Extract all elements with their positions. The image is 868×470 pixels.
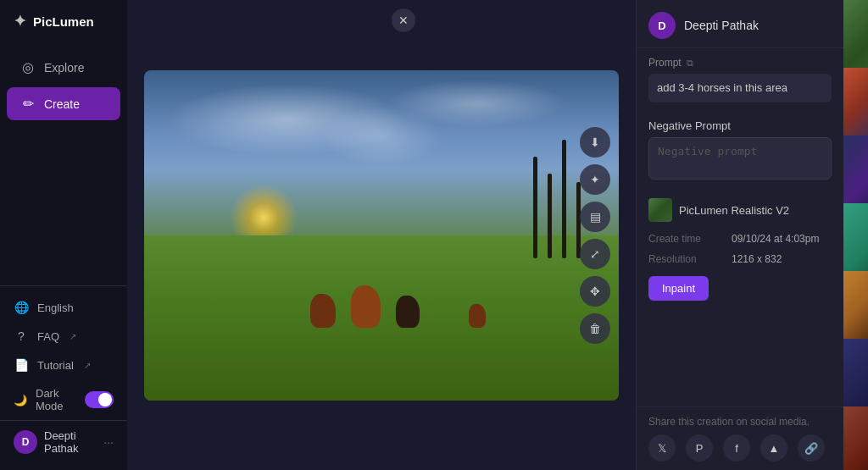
gallery-strip bbox=[843, 0, 868, 470]
gallery-thumb-7[interactable] bbox=[843, 406, 868, 470]
faq-icon: ? bbox=[14, 329, 29, 343]
model-thumbnail bbox=[648, 198, 672, 222]
sidebar-item-faq[interactable]: ? FAQ ↗ bbox=[0, 322, 127, 351]
image-actions: ⬇ ✦ ▤ ⤢ ✥ 🗑 bbox=[580, 127, 610, 344]
create-time-row: Create time 09/10/24 at 4:03pm bbox=[637, 229, 843, 249]
prompt-label: Prompt ⧉ bbox=[648, 57, 832, 69]
enhance-button[interactable]: ✦ bbox=[580, 164, 610, 195]
user-avatar-small: D bbox=[14, 430, 37, 454]
resolution-row: Resolution 1216 x 832 bbox=[637, 249, 843, 269]
prompt-text: add 3-4 horses in this area bbox=[648, 74, 832, 102]
negative-prompt-section: Negative Prompt bbox=[637, 111, 843, 191]
dark-mode-toggle[interactable] bbox=[85, 391, 114, 408]
close-button[interactable]: ✕ bbox=[392, 8, 415, 32]
resolution-value: 1216 x 832 bbox=[732, 253, 782, 265]
logo-icon: ✦ bbox=[14, 12, 26, 30]
resize-button[interactable]: ⤢ bbox=[580, 239, 610, 269]
resolution-label: Resolution bbox=[648, 253, 725, 265]
panel-user-avatar: D bbox=[648, 12, 676, 39]
gallery-thumb-5[interactable] bbox=[843, 271, 868, 339]
horse-2 bbox=[351, 285, 381, 328]
thumb-img-5 bbox=[843, 271, 868, 339]
negative-prompt-label: Negative Prompt bbox=[648, 119, 832, 132]
model-name: PicLumen Realistic V2 bbox=[679, 204, 789, 217]
thumb-img-2 bbox=[843, 68, 868, 135]
sidebar-item-create-label: Create bbox=[44, 97, 80, 111]
delete-button[interactable]: 🗑 bbox=[580, 313, 610, 344]
dark-mode-label: Dark Mode bbox=[36, 387, 85, 412]
copy-icon[interactable]: ⧉ bbox=[687, 58, 693, 69]
social-section: Share this creation on social media. 𝕏 P… bbox=[637, 406, 843, 470]
thumb-img-6 bbox=[843, 339, 868, 406]
horse-4 bbox=[469, 304, 486, 328]
sidebar-item-explore[interactable]: ◎ Explore bbox=[7, 51, 120, 84]
thumb-img-4 bbox=[843, 203, 868, 271]
horse-3 bbox=[396, 296, 420, 328]
sidebar-bottom: 🌐 English ? FAQ ↗ 📄 Tutorial ↗ 🌙 Dark Mo… bbox=[0, 285, 127, 470]
thumb-img-1 bbox=[843, 0, 868, 68]
tree-3 bbox=[562, 140, 566, 258]
gallery-thumb-1[interactable] bbox=[843, 0, 868, 68]
model-row: PicLumen Realistic V2 bbox=[637, 191, 843, 229]
sidebar-nav: ◎ Explore ✏ Create bbox=[0, 42, 127, 285]
sidebar-item-explore-label: Explore bbox=[44, 61, 84, 75]
download-button[interactable]: ⬇ bbox=[580, 127, 610, 158]
main-content: ✕ bbox=[127, 0, 868, 470]
twitter-icon[interactable]: 𝕏 bbox=[648, 434, 676, 462]
link-icon[interactable]: 🔗 bbox=[798, 434, 825, 462]
trees-group bbox=[533, 140, 581, 258]
facebook-icon[interactable]: f bbox=[723, 434, 750, 462]
main-image bbox=[144, 70, 619, 401]
gallery-thumb-3[interactable] bbox=[843, 135, 868, 203]
moon-icon: 🌙 bbox=[14, 394, 27, 406]
toggle-knob bbox=[98, 393, 112, 406]
faq-label: FAQ bbox=[37, 330, 59, 343]
sidebar-item-tutorial[interactable]: 📄 Tutorial ↗ bbox=[0, 351, 127, 379]
share-icon[interactable]: ▲ bbox=[760, 434, 787, 462]
move-button[interactable]: ✥ bbox=[580, 276, 610, 307]
gallery-thumb-2[interactable] bbox=[843, 68, 868, 135]
tutorial-icon: 📄 bbox=[14, 358, 29, 372]
app-logo: ✦ PicLumen bbox=[0, 0, 127, 42]
dark-mode-row: 🌙 Dark Mode bbox=[0, 379, 127, 420]
inpaint-button[interactable]: Inpaint bbox=[648, 276, 709, 301]
dark-mode-left: 🌙 Dark Mode bbox=[14, 387, 85, 412]
image-area: ✕ bbox=[127, 0, 636, 470]
panel-user-name: Deepti Pathak bbox=[684, 19, 759, 32]
tree-1 bbox=[533, 157, 537, 258]
gallery-thumb-6[interactable] bbox=[843, 339, 868, 406]
sidebar-item-create[interactable]: ✏ Create bbox=[7, 87, 120, 120]
thumb-img-3 bbox=[843, 135, 868, 203]
tutorial-label: Tutorial bbox=[37, 359, 74, 372]
right-panel: D Deepti Pathak Prompt ⧉ add 3-4 horses … bbox=[636, 0, 843, 470]
view-button[interactable]: ▤ bbox=[580, 202, 610, 232]
panel-header: D Deepti Pathak bbox=[637, 0, 843, 48]
user-profile-row[interactable]: D Deepti Pathak ··· bbox=[0, 420, 127, 463]
horse-1 bbox=[310, 294, 336, 328]
sidebar-item-english[interactable]: 🌐 English bbox=[0, 293, 127, 322]
negative-prompt-input[interactable] bbox=[648, 137, 832, 180]
gallery-thumb-4[interactable] bbox=[843, 203, 868, 271]
user-menu-dots[interactable]: ··· bbox=[103, 435, 114, 449]
main-image-container bbox=[144, 70, 619, 401]
create-icon: ✏ bbox=[20, 96, 36, 112]
app-name: PicLumen bbox=[33, 14, 94, 29]
prompt-section: Prompt ⧉ add 3-4 horses in this area bbox=[637, 48, 843, 111]
pinterest-icon[interactable]: P bbox=[686, 434, 713, 462]
social-label: Share this creation on social media. bbox=[648, 416, 832, 428]
globe-icon: 🌐 bbox=[14, 301, 29, 314]
explore-icon: ◎ bbox=[20, 59, 36, 75]
user-name-small: Deepti Pathak bbox=[44, 429, 97, 455]
thumb-img-7 bbox=[843, 406, 868, 470]
horses-group bbox=[310, 285, 486, 328]
tree-2 bbox=[548, 174, 552, 258]
english-label: English bbox=[37, 301, 74, 314]
social-icons: 𝕏 P f ▲ 🔗 bbox=[648, 434, 832, 462]
create-time-label: Create time bbox=[648, 233, 725, 245]
sidebar: ✦ PicLumen ◎ Explore ✏ Create 🌐 English … bbox=[0, 0, 127, 470]
create-time-value: 09/10/24 at 4:03pm bbox=[732, 233, 819, 245]
